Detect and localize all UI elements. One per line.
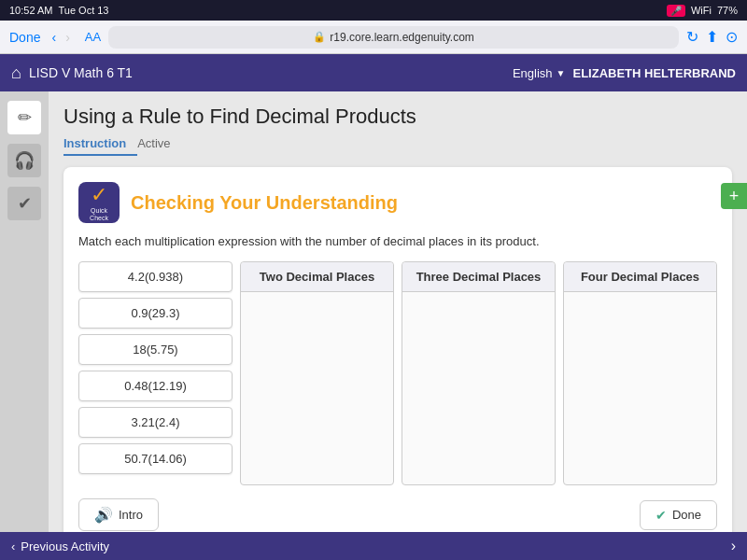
drop-column-two-decimal-body [241,292,393,484]
expression-item[interactable]: 4.2(0.938) [78,261,233,292]
language-label: English [513,66,553,80]
home-icon[interactable]: ⌂ [11,63,21,83]
previous-activity-label: Previous Activity [21,539,109,553]
previous-activity-button[interactable]: ‹ Previous Activity [11,539,109,553]
card-title: Checking Your Understanding [131,192,398,214]
bookmark-icon[interactable]: ⊙ [726,28,738,46]
expression-item[interactable]: 18(5.75) [78,334,233,365]
text-size-button[interactable]: AA [85,30,101,44]
expression-item[interactable]: 0.48(12.19) [78,371,233,401]
intro-button[interactable]: 🔊 Intro [78,498,159,531]
add-button[interactable]: + [721,183,747,209]
pencil-icon: ✏ [18,107,32,128]
done-check-icon: ✔ [655,508,667,523]
url-bar[interactable]: 🔒 r19.core.learn.edgenuity.com [108,26,679,49]
expression-item[interactable]: 50.7(14.06) [78,443,233,474]
bottom-nav-bar: ‹ Previous Activity › [0,532,747,560]
drop-column-two-decimal-header: Two Decimal Places [241,262,393,292]
expression-item[interactable]: 0.9(29.3) [78,298,233,329]
quick-check-label: QuickCheck [90,207,108,221]
done-label: Done [672,508,701,522]
back-button[interactable]: ‹ [48,28,60,47]
speaker-icon: 🔊 [94,506,113,524]
refresh-icon[interactable]: ↻ [686,28,698,46]
url-text: r19.core.learn.edgenuity.com [330,31,474,44]
plus-icon: + [729,187,740,206]
drop-column-four-decimal-header: Four Decimal Places [564,262,716,292]
expression-item[interactable]: 3.21(2.4) [78,407,233,438]
nav-arrows: ‹ › [48,28,73,47]
tab-bar: Instruction Active [63,133,732,156]
browser-done-button[interactable]: Done [9,30,40,45]
assignment-icon: ✔ [18,193,32,214]
card-footer: 🔊 Intro ✔ Done [78,498,717,531]
content-panel: Using a Rule to Find Decimal Products In… [49,91,747,560]
drop-column-four-decimal[interactable]: Four Decimal Places [563,261,717,485]
drop-column-four-decimal-body [564,292,716,484]
browser-actions: ↻ ⬆ ⊙ [686,28,738,46]
tab-instruction[interactable]: Instruction [63,133,137,156]
course-title: LISD V Math 6 T1 [29,65,133,80]
drop-column-two-decimal[interactable]: Two Decimal Places [240,261,394,485]
status-bar: 10:52 AM Tue Oct 13 🎤 WiFi 77% [0,0,747,21]
headphone-icon: 🎧 [14,150,35,171]
time-display: 10:52 AM [9,5,52,16]
date-display: Tue Oct 13 [58,5,108,16]
instruction-text: Match each multiplication expression wit… [78,234,717,248]
next-activity-button[interactable]: › [731,538,736,554]
chevron-down-icon: ▼ [557,68,566,78]
check-mark-icon: ✓ [91,183,107,207]
language-selector[interactable]: English ▼ [513,66,566,80]
user-name: ELIZABETH HELTERBRAND [572,66,736,80]
browser-bar: Done ‹ › AA 🔒 r19.core.learn.edgenuity.c… [0,21,747,54]
lock-icon: 🔒 [313,31,326,43]
done-button[interactable]: ✔ Done [640,500,717,530]
forward-button[interactable]: › [62,28,74,47]
wifi-icon: WiFi [691,5,712,16]
main-content: + ✏ 🎧 ✔ Using a Rule to Find Decimal Pro… [0,91,747,560]
mic-icon: 🎤 [667,5,685,17]
sidebar-item-pencil[interactable]: ✏ [7,101,41,134]
drop-column-three-decimal-header: Three Decimal Places [402,262,555,292]
sidebar: ✏ 🎧 ✔ [0,91,49,560]
left-arrow-icon: ‹ [11,539,15,553]
drop-column-three-decimal-body [402,292,555,484]
app-nav-bar: ⌂ LISD V Math 6 T1 English ▼ ELIZABETH H… [0,54,747,91]
sidebar-item-assignment[interactable]: ✔ [7,187,41,220]
page-title: Using a Rule to Find Decimal Products [63,105,732,129]
drop-column-three-decimal[interactable]: Three Decimal Places [402,261,556,485]
activity-card: ✓ QuickCheck Checking Your Understanding… [63,167,732,546]
tab-active[interactable]: Active [137,133,181,156]
intro-label: Intro [119,508,143,522]
share-icon[interactable]: ⬆ [706,28,718,46]
expressions-column: 4.2(0.938) 0.9(29.3) 18(5.75) 0.48(12.19… [78,261,233,485]
drag-area: 4.2(0.938) 0.9(29.3) 18(5.75) 0.48(12.19… [78,261,717,485]
quick-check-icon: ✓ QuickCheck [78,182,120,223]
sidebar-item-audio[interactable]: 🎧 [7,144,41,177]
battery-display: 77% [717,5,738,16]
card-header: ✓ QuickCheck Checking Your Understanding [78,182,717,223]
